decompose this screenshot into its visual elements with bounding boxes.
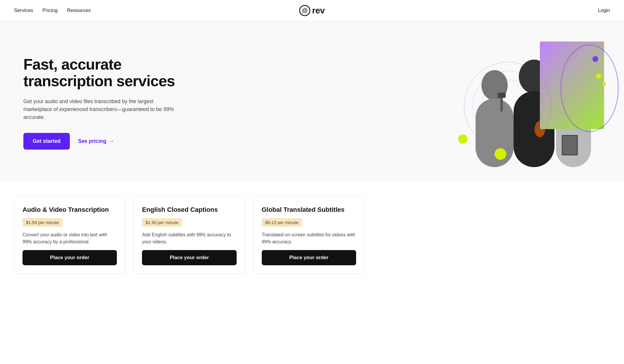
services-section: Audio & Video Transcription $1.50 per mi…: [0, 182, 624, 288]
nav-pricing[interactable]: Pricing: [42, 8, 58, 13]
hero-section: Fast, accurate transcription services Ge…: [0, 21, 624, 182]
nav-left: Services Pricing Resources: [14, 8, 91, 13]
hero-title: Fast, accurate transcription services: [23, 56, 199, 89]
see-pricing-link[interactable]: See pricing →: [78, 138, 114, 144]
service-card-transcription: Audio & Video Transcription $1.50 per mi…: [14, 196, 125, 274]
nav-right: Login: [598, 8, 610, 13]
nav-resources[interactable]: Resources: [67, 8, 91, 13]
service-title-3: Global Translated Subtitles: [262, 206, 356, 214]
nav-services[interactable]: Services: [14, 8, 33, 13]
logo-at-symbol: @: [299, 5, 310, 16]
place-order-button-3[interactable]: Place your order: [262, 250, 356, 265]
foreground-dot-yellow: [495, 148, 506, 160]
svg-rect-11: [563, 136, 577, 155]
service-desc-1: Convert your audio or video into text wi…: [22, 231, 117, 245]
dot-yellow-small-1: [596, 74, 601, 79]
logo[interactable]: @ rev: [299, 5, 325, 16]
get-started-button[interactable]: Get started: [23, 133, 70, 150]
hero-arc-right: [560, 44, 619, 132]
service-title-2: English Closed Captions: [142, 206, 236, 214]
arrow-icon: →: [109, 138, 114, 144]
service-price-2: $1.50 per minute: [142, 218, 182, 227]
logo-brand-text: rev: [312, 6, 325, 15]
service-price-1: $1.50 per minute: [22, 218, 63, 227]
place-order-button-1[interactable]: Place your order: [22, 250, 117, 265]
dot-purple: [592, 56, 598, 62]
hero-arc-3: [481, 79, 534, 132]
hero-content: Fast, accurate transcription services Ge…: [23, 56, 199, 150]
dot-yellow-small-2: [602, 82, 606, 86]
login-link[interactable]: Login: [598, 8, 610, 13]
header: Services Pricing Resources @ rev Login: [0, 0, 624, 21]
see-pricing-text: See pricing: [78, 138, 106, 144]
service-desc-2: Add English subtitles with 99% accuracy …: [142, 231, 236, 245]
place-order-button-2[interactable]: Place your order: [142, 250, 236, 265]
service-card-subtitles: Global Translated Subtitles $5-12 per mi…: [253, 196, 365, 274]
service-desc-3: Translated on-screen subtitles for video…: [262, 231, 356, 245]
service-card-captions: English Closed Captions $1.50 per minute…: [134, 196, 245, 274]
hero-subtitle: Get your audio and video files transcrib…: [23, 98, 175, 121]
services-grid: Audio & Video Transcription $1.50 per mi…: [14, 196, 365, 274]
service-title-1: Audio & Video Transcription: [22, 206, 117, 214]
hero-visual: [441, 39, 610, 167]
dot-yellow-large: [458, 134, 467, 144]
service-price-3: $5-12 per minute: [262, 218, 302, 227]
hero-actions: Get started See pricing →: [23, 133, 199, 150]
